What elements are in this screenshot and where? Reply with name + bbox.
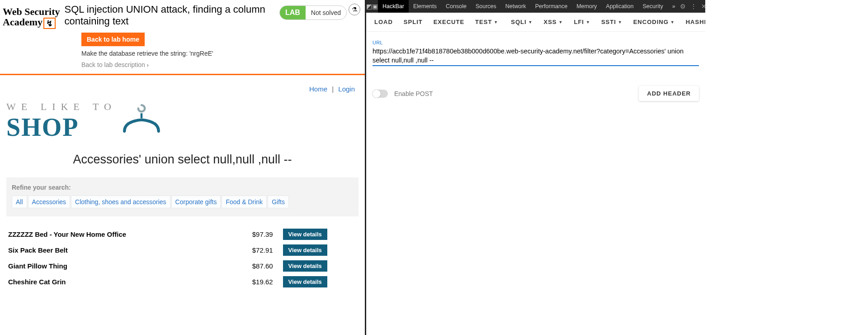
table-row: ZZZZZZ Bed - Your New Home Office$97.39V… (6, 226, 359, 242)
filter-link[interactable]: Clothing, shoes and accessories (71, 196, 170, 208)
nav-separator: | (332, 85, 334, 93)
refine-title: Refine your search: (12, 184, 353, 191)
devtools-tab-security[interactable]: Security (638, 0, 668, 13)
product-name: ZZZZZZ Bed - Your New Home Office (6, 226, 217, 242)
filter-link[interactable]: Corporate gifts (171, 196, 221, 208)
devtools-tab-performance[interactable]: Performance (531, 0, 572, 13)
hackbar-load-button[interactable]: LOAD (369, 19, 398, 25)
hackbar-btn-label: LOAD (374, 19, 393, 25)
product-price: $87.60 (217, 258, 281, 274)
devtools-tab-application[interactable]: Application (601, 0, 638, 13)
lab-pill: LAB (280, 6, 306, 19)
view-details-button[interactable]: View details (283, 276, 327, 287)
url-label: URL (373, 40, 699, 45)
logo-line1: Web Security (3, 6, 60, 17)
table-row: Six Pack Beer Belt$72.91View details (6, 242, 359, 258)
devtools-tab-elements[interactable]: Elements (409, 0, 441, 13)
add-header-button[interactable]: ADD HEADER (639, 86, 699, 101)
view-details-button[interactable]: View details (283, 244, 327, 256)
devtools-tabs: HackBarElementsConsoleSourcesNetworkPerf… (378, 0, 668, 13)
hackbar-btn-label: SSTI (601, 19, 616, 25)
caret-down-icon: ▼ (559, 20, 563, 24)
inspect-icon[interactable]: ◩ (366, 3, 372, 10)
product-name: Cheshire Cat Grin (6, 274, 217, 290)
top-nav: Home | Login (0, 81, 365, 97)
hackbar-lfi-button[interactable]: LFI▼ (568, 19, 595, 25)
table-row: Cheshire Cat Grin$19.62View details (6, 274, 359, 290)
view-details-button[interactable]: View details (283, 260, 327, 272)
devtools-top-bar: ◩ ▣ HackBarElementsConsoleSourcesNetwork… (366, 0, 705, 13)
devtools-tab-sources[interactable]: Sources (471, 0, 501, 13)
hackbar-btn-label: SQLI (511, 19, 526, 25)
hackbar-btn-label: LFI (574, 19, 584, 25)
product-name: Six Pack Beer Belt (6, 242, 217, 258)
hackbar-sqli-button[interactable]: SQLI▼ (505, 19, 538, 25)
shop-tagline: WE LIKE TO (6, 101, 117, 113)
lab-task-text: Make the database retrieve the string: '… (81, 50, 365, 57)
hackbar-toolbar: LOADSPLITEXECUTETEST▼SQLI▼XSS▼LFI▼SSTI▼E… (366, 13, 705, 32)
hackbar-test-button[interactable]: TEST▼ (470, 19, 504, 25)
lab-page: Web Security Academy↯ SQL injection UNIO… (0, 0, 366, 335)
product-price: $97.39 (217, 226, 281, 242)
devtools-right-icons: ⚙ ⋮ ✕ (680, 3, 705, 10)
refine-box: Refine your search: AllAccessoriesClothi… (6, 177, 359, 216)
hanger-icon (121, 101, 162, 135)
lab-status-text: Not solved (306, 9, 346, 16)
hackbar-btn-label: SPLIT (404, 19, 423, 25)
devtools-tab-hackbar[interactable]: HackBar (378, 0, 409, 13)
category-heading: Accessories' union select null,null ,nul… (0, 153, 365, 167)
hackbar-btn-label: XSS (544, 19, 557, 25)
kebab-menu-icon[interactable]: ⋮ (690, 3, 697, 10)
filter-link[interactable]: Gifts (268, 196, 289, 208)
device-toggle-icon[interactable]: ▣ (372, 3, 378, 10)
hackbar-btn-label: HASHI (686, 19, 705, 25)
lab-title-block: SQL injection UNION attack, finding a co… (65, 4, 279, 29)
product-price: $72.91 (217, 242, 281, 258)
hackbar-hashi-button[interactable]: HASHI (680, 19, 705, 25)
divider-line (0, 74, 365, 75)
back-to-lab-description-link[interactable]: Back to lab description ›› (81, 61, 147, 68)
caret-down-icon: ▼ (586, 20, 590, 24)
devtools-panel: ◩ ▣ HackBarElementsConsoleSourcesNetwork… (366, 0, 705, 335)
hackbar-xss-button[interactable]: XSS▼ (538, 19, 569, 25)
hackbar-execute-button[interactable]: EXECUTE (428, 19, 470, 25)
back-to-lab-home-button[interactable]: Back to lab home (81, 33, 145, 46)
lab-status-badge: LAB Not solved (279, 5, 347, 20)
shop-word: SHOP (6, 113, 117, 142)
academy-logo: Web Security Academy↯ (3, 4, 65, 29)
hackbar-btn-label: ENCODING (633, 19, 669, 25)
tabs-overflow[interactable]: » (668, 0, 680, 13)
caret-down-icon: ▼ (494, 20, 498, 24)
logo-bolt-icon: ↯ (43, 18, 56, 29)
devtools-tab-memory[interactable]: Memory (572, 0, 601, 13)
settings-gear-icon[interactable]: ⚙ (680, 3, 686, 10)
devtools-tab-network[interactable]: Network (501, 0, 531, 13)
filter-link[interactable]: Accessories (28, 196, 70, 208)
hackbar-btn-label: TEST (475, 19, 492, 25)
view-details-button[interactable]: View details (283, 229, 327, 240)
hackbar-split-button[interactable]: SPLIT (398, 19, 428, 25)
filter-link[interactable]: All (12, 196, 27, 208)
login-link[interactable]: Login (338, 85, 355, 93)
filter-link[interactable]: Food & Drink (222, 196, 267, 208)
caret-down-icon: ▼ (528, 20, 533, 24)
devtools-tab-console[interactable]: Console (441, 0, 471, 13)
hackbar-btn-label: EXECUTE (434, 19, 464, 25)
product-name: Giant Pillow Thing (6, 258, 217, 274)
url-input[interactable] (373, 46, 699, 66)
lab-subinfo: Back to lab home Make the database retri… (81, 29, 365, 72)
close-icon[interactable]: ✕ (701, 3, 705, 10)
back-desc-label: Back to lab description (81, 61, 145, 68)
lab-header: Web Security Academy↯ SQL injection UNIO… (0, 0, 365, 29)
lab-title: SQL injection UNION attack, finding a co… (65, 4, 279, 28)
products-table: ZZZZZZ Bed - Your New Home Office$97.39V… (6, 226, 359, 290)
filters-row: AllAccessoriesClothing, shoes and access… (12, 196, 353, 210)
hackbar-ssti-button[interactable]: SSTI▼ (596, 19, 628, 25)
flask-icon[interactable]: ⚗ (349, 4, 360, 15)
hackbar-encoding-button[interactable]: ENCODING▼ (628, 19, 680, 25)
enable-post-label: Enable POST (394, 90, 632, 97)
post-row: Enable POST ADD HEADER (373, 86, 699, 101)
caret-down-icon: ▼ (670, 20, 675, 24)
enable-post-toggle[interactable] (373, 90, 388, 98)
home-link[interactable]: Home (309, 85, 327, 93)
